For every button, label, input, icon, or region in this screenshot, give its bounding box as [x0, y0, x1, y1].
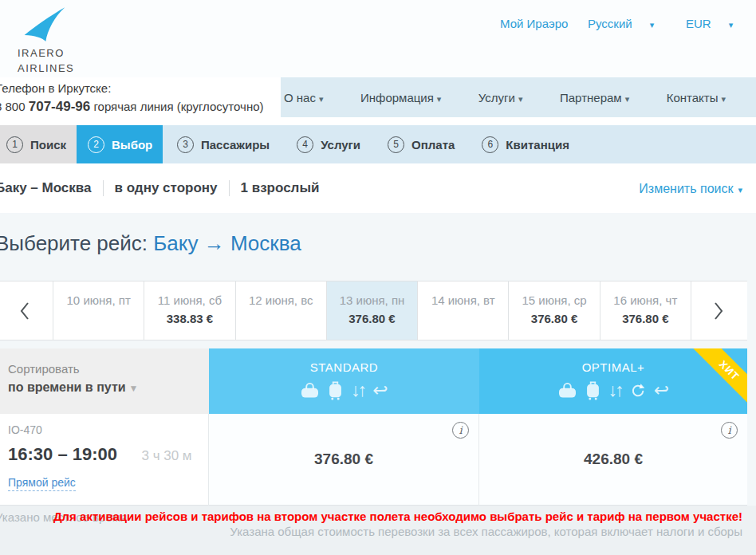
return-arrow-icon: ↩: [372, 381, 388, 400]
chevron-down-icon: ▾: [650, 20, 655, 30]
activation-warning: Для активации рейсов и тарифов на втором…: [53, 510, 742, 523]
step-label: Квитанция: [506, 138, 569, 152]
handbag-icon: [300, 382, 320, 399]
my-account-link[interactable]: Мой Ираэро: [500, 17, 568, 30]
date-price: 376.80 €: [327, 312, 417, 325]
step-number: 5: [388, 136, 404, 153]
step-label: Пассажиры: [201, 138, 270, 152]
date-label: 12 июня, вс: [236, 293, 326, 307]
date-label: 11 июня, сб: [144, 293, 234, 307]
language-select[interactable]: Русский▾: [588, 17, 654, 30]
nav-partners[interactable]: Партнерам▾: [560, 91, 629, 104]
carousel-prev-button[interactable]: [0, 281, 53, 340]
handbag-icon: [557, 382, 577, 399]
top-bar: IRAERO AIRLINES Мой Ираэро Русский▾ EUR▾: [0, 0, 756, 77]
step-tab-payment[interactable]: 5 Оплата: [388, 136, 455, 153]
chevron-down-icon: ▾: [319, 94, 324, 104]
sort-control: Сортировать по времени в пути▼: [0, 348, 209, 414]
date-label: 14 июня, вт: [418, 293, 508, 307]
nav-label: О нас: [284, 91, 316, 104]
booking-steps: 1 Поиск 2 Выбор 3 Пассажиры 4 Услуги 5 О…: [0, 125, 756, 163]
fare-column-standard-header: STANDARD ↓↑ ↩: [209, 348, 479, 414]
phone-prefix: 8 800: [0, 100, 26, 113]
step-label: Оплата: [411, 138, 455, 152]
fare-price-optimal[interactable]: 426.80 € i: [479, 414, 747, 506]
step-tab-receipt[interactable]: 6 Квитанция: [482, 136, 569, 153]
edit-search-label: Изменить поиск: [639, 182, 733, 195]
date-label: 15 июня, ср: [509, 293, 599, 307]
logo-line1: IRAERO: [18, 46, 89, 61]
info-icon[interactable]: i: [452, 422, 469, 439]
main-nav: О нас▾ Информация▾ Услуги▾ Партнерам▾ Ко…: [281, 77, 756, 117]
nav-services[interactable]: Услуги▾: [478, 91, 523, 104]
date-option-2[interactable]: 11 июня, сб 338.83 €: [144, 281, 235, 340]
carousel-next-button[interactable]: [691, 281, 747, 340]
chevron-down-icon: ▼: [129, 383, 139, 394]
phone-label: Телефон в Иркутске:: [0, 80, 264, 97]
divider: [103, 180, 104, 196]
flight-number: IO-470: [8, 423, 208, 436]
date-label: 10 июня, пт: [53, 293, 144, 307]
chevron-down-icon: ▾: [518, 94, 523, 104]
date-price: 338.83 €: [144, 312, 234, 325]
fare-price-standard[interactable]: 376.80 € i: [209, 414, 479, 506]
fare-feature-icons: ↓↑ ↩: [209, 380, 479, 400]
nav-label: Информация: [360, 91, 434, 104]
date-option-4-selected[interactable]: 13 июня, пн 376.80 €: [327, 281, 418, 340]
airline-logo[interactable]: IRAERO AIRLINES: [18, 6, 89, 77]
step-label: Поиск: [30, 138, 66, 152]
nav-about[interactable]: О нас▾: [284, 91, 324, 104]
step-label: Услуги: [321, 138, 360, 152]
fare-column-optimal-header: OPTIMAL+ ↓↑ ↩ ХИТ: [479, 348, 747, 414]
language-value: Русский: [588, 17, 632, 30]
chevron-down-icon: ▾: [721, 94, 726, 104]
divider: [229, 180, 230, 196]
chevron-down-icon: ▾: [437, 94, 442, 104]
date-label: 16 июня, чт: [600, 293, 691, 307]
suitcase-icon: [328, 380, 343, 400]
logo-plane-icon: [18, 6, 72, 45]
sort-label: Сортировать: [8, 362, 209, 376]
nav-label: Услуги: [478, 91, 515, 104]
step-tab-passengers[interactable]: 3 Пассажиры: [177, 136, 270, 153]
phone-suffix: горячая линия (круглосуточно): [93, 100, 263, 113]
date-label: 13 июня, пн: [327, 293, 417, 307]
arrows-down-up-icon: ↓↑: [608, 381, 622, 400]
search-summary-bar: Баку – Москва в одну сторону 1 взрослый …: [0, 163, 756, 213]
fare-feature-icons: ↓↑ ↩: [479, 380, 747, 400]
info-icon[interactable]: i: [721, 422, 738, 439]
sort-value: по времени в пути: [8, 380, 126, 394]
nav-information[interactable]: Информация▾: [360, 91, 441, 104]
step-tab-search[interactable]: 1 Поиск: [0, 125, 77, 163]
search-summary: Баку – Москва в одну сторону 1 взрослый: [0, 180, 319, 196]
date-option-3[interactable]: 12 июня, вс: [236, 281, 327, 340]
currency-select[interactable]: EUR▾: [686, 17, 733, 30]
return-arrow-icon: ↩: [654, 381, 669, 400]
logo-line2: AIRLINES: [18, 61, 89, 77]
summary-trip-type: в одну сторону: [115, 180, 218, 196]
date-option-1[interactable]: 10 июня, пт: [53, 281, 144, 340]
date-price: 376.80 €: [600, 312, 691, 325]
chevron-left-icon: [19, 301, 30, 321]
flight-duration: 3 ч 30 м: [141, 448, 191, 463]
edit-search-link[interactable]: Изменить поиск▾: [639, 182, 742, 196]
date-option-7[interactable]: 16 июня, чт 376.80 €: [600, 281, 691, 340]
sort-dropdown[interactable]: по времени в пути▼: [8, 380, 209, 395]
date-option-6[interactable]: 15 июня, ср 376.80 €: [509, 281, 600, 340]
title-prefix: Выберите рейс:: [0, 231, 148, 255]
step-tab-select[interactable]: 2 Выбор: [77, 125, 163, 163]
total-cost-note: Указана общая стоимость перевозки за все…: [230, 525, 742, 538]
step-number: 3: [177, 136, 194, 153]
upcoming-steps: 3 Пассажиры 4 Услуги 5 Оплата 6 Квитанци…: [163, 125, 569, 163]
direct-flight-link[interactable]: Прямой рейс: [8, 476, 76, 491]
price-value: 376.80 €: [314, 451, 373, 468]
step-number: 4: [297, 136, 313, 153]
step-tab-services[interactable]: 4 Услуги: [297, 136, 360, 153]
contact-phone: Телефон в Иркутске: 8 800 707-49-96 горя…: [0, 80, 264, 116]
nav-contacts[interactable]: Контакты▾: [667, 91, 726, 104]
step-number: 1: [6, 136, 23, 153]
step-number: 6: [482, 136, 498, 153]
step-label: Выбор: [112, 138, 152, 152]
date-option-5[interactable]: 14 июня, вт: [418, 281, 509, 340]
chevron-down-icon: ▾: [729, 20, 734, 30]
